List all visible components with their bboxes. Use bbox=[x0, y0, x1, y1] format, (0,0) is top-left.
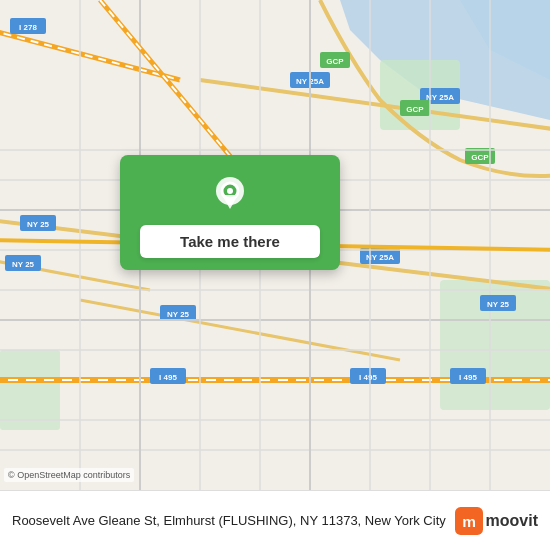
take-me-there-button[interactable]: Take me there bbox=[140, 225, 320, 258]
map-container: I 278 I 495 I 495 NY 25 NY 25 NY 25A NY … bbox=[0, 0, 550, 550]
svg-text:m: m bbox=[462, 512, 476, 529]
svg-text:NY 25: NY 25 bbox=[27, 220, 50, 229]
address-text: Roosevelt Ave Gleane St, Elmhurst (FLUSH… bbox=[12, 513, 446, 528]
svg-text:NY 25: NY 25 bbox=[487, 300, 510, 309]
moovit-brand-text: moovit bbox=[486, 512, 538, 530]
green-card: Take me there bbox=[120, 155, 340, 270]
map-pin-icon bbox=[208, 173, 252, 217]
svg-text:I 495: I 495 bbox=[159, 373, 177, 382]
svg-point-67 bbox=[227, 188, 233, 194]
svg-text:NY 25: NY 25 bbox=[12, 260, 35, 269]
svg-text:NY 25: NY 25 bbox=[167, 310, 190, 319]
location-card: Take me there bbox=[120, 155, 340, 270]
svg-text:I 495: I 495 bbox=[459, 373, 477, 382]
moovit-icon: m bbox=[455, 507, 483, 535]
svg-text:I 278: I 278 bbox=[19, 23, 37, 32]
osm-attribution: © OpenStreetMap contributors bbox=[4, 468, 134, 482]
moovit-logo: m moovit bbox=[455, 507, 538, 535]
svg-text:GCP: GCP bbox=[326, 57, 344, 66]
svg-text:GCP: GCP bbox=[406, 105, 424, 114]
address-block: Roosevelt Ave Gleane St, Elmhurst (FLUSH… bbox=[12, 511, 455, 530]
svg-text:I 495: I 495 bbox=[359, 373, 377, 382]
info-bar: Roosevelt Ave Gleane St, Elmhurst (FLUSH… bbox=[0, 490, 550, 550]
svg-rect-4 bbox=[0, 350, 60, 430]
svg-text:GCP: GCP bbox=[471, 153, 489, 162]
